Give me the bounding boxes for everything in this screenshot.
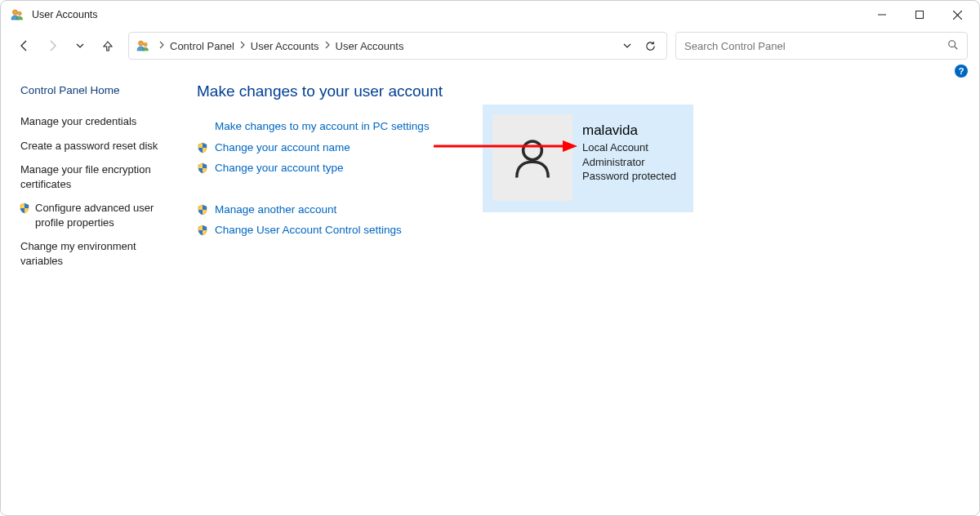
sidebar-item-advanced-profile[interactable]: Configure advanced user profile properti… [19, 196, 180, 234]
sidebar-item-env-variables[interactable]: Change my environment variables [20, 234, 180, 273]
main-panel: Make changes to your user account Make c… [189, 78, 979, 515]
chevron-right-icon[interactable] [157, 41, 167, 51]
breadcrumb-current[interactable]: User Accounts [332, 40, 408, 52]
refresh-button[interactable] [639, 34, 662, 57]
shield-icon [197, 225, 208, 236]
person-icon [510, 135, 555, 180]
link-label: Change User Account Control settings [215, 224, 402, 236]
shield-icon [197, 142, 208, 153]
up-button[interactable] [96, 33, 120, 58]
link-label: Change your account name [215, 141, 350, 153]
help-icon[interactable]: ? [955, 64, 968, 78]
forward-button[interactable] [40, 33, 65, 58]
control-panel-home-link[interactable]: Control Panel Home [20, 84, 180, 96]
user-accounts-app-icon [11, 8, 24, 21]
minimize-button[interactable] [863, 2, 901, 28]
user-name: malavida [582, 122, 676, 139]
svg-point-0 [13, 10, 18, 15]
svg-point-1 [18, 11, 22, 16]
address-history-button[interactable] [616, 34, 639, 57]
sidebar-item-label: Configure advanced user profile properti… [35, 201, 180, 229]
search-box[interactable] [675, 32, 968, 60]
shield-icon [197, 162, 208, 174]
sidebar-item-file-encryption-certs[interactable]: Manage your file encryption certificates [20, 158, 180, 196]
svg-point-8 [949, 40, 956, 47]
window-title: User Accounts [32, 9, 98, 20]
user-info: malavida Local Account Administrator Pas… [582, 114, 676, 184]
user-password-status: Password protected [582, 169, 676, 184]
sidebar: Control Panel Home Manage your credentia… [1, 78, 189, 515]
shield-icon [19, 202, 30, 214]
link-uac-settings[interactable]: Change User Account Control settings [197, 220, 971, 240]
shield-icon [197, 204, 208, 216]
user-role: Administrator [582, 155, 676, 170]
current-user-tile: malavida Local Account Administrator Pas… [483, 105, 693, 212]
close-button[interactable] [938, 2, 976, 28]
maximize-button[interactable] [901, 2, 938, 28]
breadcrumb-user-accounts[interactable]: User Accounts [247, 40, 323, 52]
svg-point-10 [523, 141, 542, 160]
address-bar[interactable]: Control Panel User Accounts User Account… [128, 32, 667, 60]
chevron-right-icon[interactable] [323, 41, 332, 51]
titlebar: User Accounts [1, 1, 979, 29]
svg-line-9 [955, 46, 958, 49]
sidebar-item-password-reset-disk[interactable]: Create a password reset disk [20, 134, 180, 158]
search-input[interactable] [684, 40, 947, 52]
user-accounts-address-icon [136, 38, 150, 53]
page-heading: Make changes to your user account [197, 82, 971, 100]
content-area: Control Panel Home Manage your credentia… [1, 78, 979, 515]
navbar: Control Panel User Accounts User Account… [1, 29, 979, 64]
svg-point-6 [139, 41, 144, 46]
chevron-right-icon[interactable] [238, 41, 247, 51]
svg-point-7 [144, 42, 148, 47]
recent-locations-button[interactable] [68, 33, 92, 58]
svg-rect-3 [916, 11, 924, 19]
link-label: Change your account type [215, 162, 344, 174]
link-label: Manage another account [215, 203, 336, 216]
user-account-type: Local Account [582, 140, 676, 155]
breadcrumb-control-panel[interactable]: Control Panel [167, 40, 238, 52]
sidebar-item-manage-credentials[interactable]: Manage your credentials [20, 109, 180, 134]
avatar [492, 114, 572, 201]
search-icon[interactable] [947, 39, 959, 53]
back-button[interactable] [12, 33, 37, 58]
